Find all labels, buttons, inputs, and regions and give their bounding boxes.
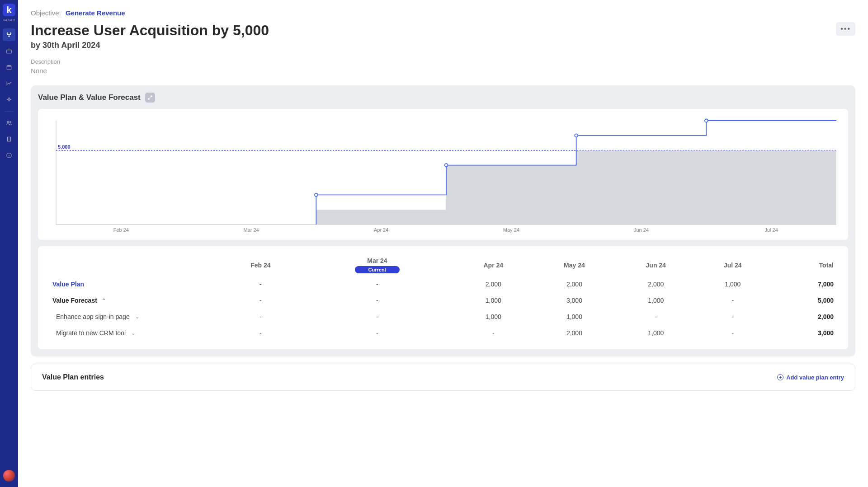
add-entry-label: Add value plan entry	[786, 374, 844, 381]
row-label-sub-item[interactable]: Enhance app sign-in page ⌄	[52, 313, 217, 320]
svg-rect-7	[8, 137, 11, 141]
chart-target-label: 5,000	[58, 144, 71, 150]
description-label: Description	[31, 58, 855, 65]
value-table: Feb 24Mar 24CurrentApr 24May 24Jun 24Jul…	[49, 254, 837, 341]
value-table-card: Feb 24Mar 24CurrentApr 24May 24Jun 24Jul…	[38, 246, 848, 349]
table-cell: 1,000	[616, 292, 696, 309]
page-title: Increase User Acquisition by 5,000	[31, 22, 269, 39]
expand-chart-button[interactable]	[145, 93, 155, 103]
table-cell: 2,000	[769, 309, 837, 325]
table-cell: -	[221, 292, 301, 309]
svg-point-2	[9, 36, 9, 37]
table-cell: 7,000	[769, 276, 837, 292]
chart-x-tick: Apr 24	[374, 227, 388, 233]
table-cell: 1,000	[454, 309, 533, 325]
breadcrumb-link[interactable]: Generate Revenue	[66, 9, 125, 17]
nav-chart-icon[interactable]	[3, 77, 15, 90]
page-subtitle: by 30th April 2024	[31, 41, 269, 50]
table-column-header: Feb 24	[221, 254, 301, 276]
table-row: Migrate to new CRM tool ⌄---2,0001,000-3…	[49, 325, 837, 341]
svg-point-6	[9, 122, 11, 123]
svg-point-15	[705, 119, 708, 122]
nav-strategy-icon[interactable]	[3, 28, 15, 41]
table-cell: -	[301, 292, 454, 309]
row-label-sub-item[interactable]: Migrate to new CRM tool ⌄	[52, 329, 217, 337]
table-cell: -	[696, 325, 769, 341]
app-logo[interactable]: k	[3, 4, 15, 16]
table-cell: 5,000	[769, 292, 837, 309]
value-plan-forecast-panel: Value Plan & Value Forecast 5,000Feb 24M…	[31, 85, 855, 356]
table-cell: -	[616, 309, 696, 325]
table-cell: 1,000	[616, 325, 696, 341]
svg-rect-4	[7, 66, 11, 70]
table-cell: -	[221, 309, 301, 325]
table-cell: 1,000	[696, 276, 769, 292]
nav-sparkle-icon[interactable]	[3, 94, 15, 106]
chart-x-tick: Feb 24	[113, 227, 129, 233]
table-row: Value Forecast ⌃--1,0003,0001,000-5,000	[49, 292, 837, 309]
nav-building-icon[interactable]	[3, 133, 15, 145]
chevron-down-icon: ⌄	[135, 314, 139, 320]
nav-divider	[5, 112, 14, 112]
value-chart: 5,000Feb 24Mar 24Apr 24May 24Jun 24Jul 2…	[42, 118, 839, 235]
chart-x-tick: May 24	[503, 227, 519, 233]
table-cell: -	[301, 325, 454, 341]
row-label-value-plan: Value Plan	[52, 281, 84, 288]
table-cell: -	[301, 309, 454, 325]
plus-circle-icon: +	[777, 374, 783, 380]
breadcrumb: Objective: Generate Revenue	[31, 9, 855, 17]
table-cell: 1,000	[454, 292, 533, 309]
breadcrumb-label: Objective:	[31, 9, 61, 17]
table-cell: 3,000	[533, 292, 616, 309]
table-cell: 2,000	[533, 325, 616, 341]
row-label-value-forecast[interactable]: Value Forecast ⌃	[52, 297, 217, 304]
table-cell: -	[221, 276, 301, 292]
table-cell: 2,000	[616, 276, 696, 292]
app-version: v4.14.2	[3, 18, 15, 22]
svg-point-13	[445, 164, 448, 167]
table-cell: -	[221, 325, 301, 341]
chevron-up-icon: ⌃	[102, 298, 106, 304]
svg-point-1	[10, 33, 11, 33]
user-avatar[interactable]	[3, 470, 15, 482]
table-column-header: Jul 24	[696, 254, 769, 276]
table-cell: 3,000	[769, 325, 837, 341]
main-content: Objective: Generate Revenue Increase Use…	[18, 0, 868, 487]
chevron-down-icon: ⌄	[131, 330, 135, 336]
table-column-header: Total	[769, 254, 837, 276]
entries-title: Value Plan entries	[42, 373, 104, 381]
panel-title: Value Plan & Value Forecast	[38, 93, 141, 102]
table-cell: -	[454, 325, 533, 341]
svg-point-12	[315, 193, 318, 197]
sidebar: k v4.14.2	[0, 0, 18, 487]
nav-calendar-icon[interactable]	[3, 61, 15, 74]
nav-people-icon[interactable]	[3, 117, 15, 129]
value-plan-entries-panel: Value Plan entries + Add value plan entr…	[31, 364, 855, 391]
svg-point-14	[575, 134, 578, 137]
table-column-header: Jun 24	[616, 254, 696, 276]
table-cell: -	[696, 309, 769, 325]
table-cell: -	[696, 292, 769, 309]
table-cell: 2,000	[533, 276, 616, 292]
table-cell: -	[301, 276, 454, 292]
svg-rect-3	[7, 50, 12, 53]
table-row: Value Plan--2,0002,0002,0001,0007,000	[49, 276, 837, 292]
svg-point-5	[7, 121, 9, 123]
table-cell: 1,000	[533, 309, 616, 325]
more-options-button[interactable]: •••	[836, 22, 855, 36]
chart-x-tick: Jul 24	[764, 227, 778, 233]
chart-x-tick: Jun 24	[634, 227, 649, 233]
table-column-header: Apr 24	[454, 254, 533, 276]
chart-card: 5,000Feb 24Mar 24Apr 24May 24Jun 24Jul 2…	[38, 109, 848, 240]
description-value: None	[31, 67, 855, 75]
nav-info-icon[interactable]	[3, 149, 15, 162]
table-cell: 2,000	[454, 276, 533, 292]
nav-briefcase-icon[interactable]	[3, 45, 15, 57]
table-column-header: Mar 24Current	[301, 254, 454, 276]
chart-x-tick: Mar 24	[243, 227, 259, 233]
add-value-plan-entry-button[interactable]: + Add value plan entry	[777, 374, 844, 381]
table-column-header: May 24	[533, 254, 616, 276]
svg-point-0	[7, 33, 8, 33]
current-period-badge: Current	[355, 266, 400, 273]
table-row: Enhance app sign-in page ⌄--1,0001,000--…	[49, 309, 837, 325]
